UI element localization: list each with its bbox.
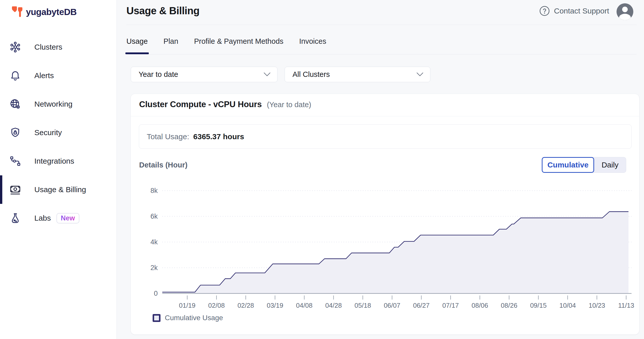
sidebar-item-label: Security <box>34 128 62 137</box>
sidebar-item-integrations[interactable]: Integrations <box>0 147 117 175</box>
x-axis-label: 06/07 <box>384 302 400 309</box>
tabs-divider <box>126 54 637 54</box>
y-axis-label: 6k <box>150 213 158 220</box>
x-axis-label: 02/28 <box>238 302 254 309</box>
sidebar-item-label: Alerts <box>34 71 54 80</box>
chart-legend[interactable]: Cumulative Usage <box>153 314 223 322</box>
sidebar-item-label: LabsNew <box>34 213 79 223</box>
labs-icon <box>9 212 21 224</box>
sidebar-item-usage-billing[interactable]: Usage & Billing <box>0 175 117 204</box>
active-indicator <box>0 90 2 118</box>
x-axis-label: 08/06 <box>472 302 488 309</box>
x-axis-label: 06/27 <box>413 302 430 309</box>
networking-icon <box>9 98 21 110</box>
details-row: Details (Hour) CumulativeDaily <box>131 157 639 173</box>
usage-card-title: Cluster Compute - vCPU Hours <box>139 100 262 109</box>
tab-plan[interactable]: Plan <box>164 33 178 54</box>
cluster-value: All Clusters <box>292 70 330 79</box>
total-usage-label: Total Usage: <box>147 132 189 141</box>
sidebar-item-labs[interactable]: LabsNew <box>0 204 117 232</box>
chevron-down-icon <box>264 72 271 77</box>
x-axis-label: 05/18 <box>355 302 371 309</box>
active-indicator <box>0 175 2 204</box>
sidebar: yugabyteDB ClustersAlertsNetworkingSecur… <box>0 0 117 339</box>
x-axis-label: 04/08 <box>296 302 313 309</box>
tab-profile-payment-methods[interactable]: Profile & Payment Methods <box>194 33 283 54</box>
y-axis-label: 8k <box>150 187 158 194</box>
x-axis-label: 09/15 <box>530 302 547 309</box>
sidebar-item-label: Networking <box>34 100 72 108</box>
active-indicator <box>0 118 2 147</box>
y-axis-label: 4k <box>150 238 158 246</box>
x-axis-label: 10/23 <box>589 302 605 309</box>
app-root: yugabyteDB ClustersAlertsNetworkingSecur… <box>0 0 644 339</box>
sidebar-item-alerts[interactable]: Alerts <box>0 61 117 90</box>
header-divider <box>126 25 637 25</box>
y-axis-label: 2k <box>150 264 158 272</box>
y-axis-label: 0 <box>154 290 158 297</box>
view-toggle: CumulativeDaily <box>542 157 626 173</box>
user-avatar[interactable] <box>617 3 633 20</box>
card-divider <box>131 116 639 116</box>
date-range-select[interactable]: Year to date <box>131 67 277 82</box>
toggle-cumulative[interactable]: Cumulative <box>542 157 594 173</box>
sidebar-item-clusters[interactable]: Clusters <box>0 33 117 61</box>
cluster-select[interactable]: All Clusters <box>285 67 430 82</box>
alerts-icon <box>9 69 21 82</box>
security-icon <box>9 126 21 139</box>
active-indicator <box>0 204 2 232</box>
active-indicator <box>0 61 2 90</box>
x-axis-label: 03/19 <box>267 302 283 309</box>
legend-checkbox[interactable] <box>153 314 160 322</box>
x-axis-label: 08/26 <box>501 302 517 309</box>
area-fill <box>162 212 628 293</box>
x-axis-label: 07/17 <box>442 302 459 309</box>
brand-logo[interactable]: yugabyteDB <box>11 6 77 18</box>
x-axis-label: 10/04 <box>559 302 576 309</box>
usage-chart[interactable]: 02k4k6k8k01/1902/0802/2803/1904/0804/280… <box>143 185 641 312</box>
contact-support-button[interactable]: Contact Support <box>539 6 609 16</box>
sidebar-item-security[interactable]: Security <box>0 118 117 147</box>
x-axis-label: 01/19 <box>179 302 196 309</box>
total-usage-box: Total Usage: 6365.37 hours <box>139 124 632 149</box>
clusters-icon <box>9 41 21 53</box>
tab-usage[interactable]: Usage <box>126 33 148 54</box>
contact-support-label: Contact Support <box>554 7 609 15</box>
sidebar-item-label: Usage & Billing <box>34 185 86 194</box>
usage-card-header: Cluster Compute - vCPU Hours (Year to da… <box>139 100 311 109</box>
sidebar-nav: ClustersAlertsNetworkingSecurityIntegrat… <box>0 33 117 232</box>
page-title: Usage & Billing <box>126 5 199 17</box>
details-label: Details (Hour) <box>139 161 187 169</box>
new-badge: New <box>56 213 79 223</box>
billing-tabs: UsagePlanProfile & Payment MethodsInvoic… <box>126 33 326 54</box>
sidebar-item-label: Integrations <box>34 157 74 165</box>
usage-card-subtitle: (Year to date) <box>267 101 311 109</box>
help-icon <box>539 6 550 16</box>
total-usage-value: 6365.37 hours <box>193 132 244 141</box>
x-axis-label: 02/08 <box>208 302 225 309</box>
usage-card: Cluster Compute - vCPU Hours (Year to da… <box>130 94 639 335</box>
integrations-icon <box>9 155 21 167</box>
sidebar-item-label: Clusters <box>34 43 62 51</box>
x-axis-label: 11/13 <box>618 302 634 309</box>
date-range-value: Year to date <box>139 70 178 79</box>
brand-name: yugabyteDB <box>26 7 77 17</box>
toggle-daily[interactable]: Daily <box>592 157 626 173</box>
chevron-down-icon <box>416 72 423 77</box>
avatar-head-icon <box>622 7 628 12</box>
legend-label: Cumulative Usage <box>165 314 223 322</box>
sidebar-item-networking[interactable]: Networking <box>0 90 117 118</box>
active-indicator <box>0 33 2 61</box>
usage-billing-icon <box>9 183 21 196</box>
tab-invoices[interactable]: Invoices <box>299 33 326 54</box>
active-indicator <box>0 147 2 175</box>
yugabyte-logo-icon <box>11 6 23 18</box>
x-axis-label: 04/28 <box>325 302 342 309</box>
